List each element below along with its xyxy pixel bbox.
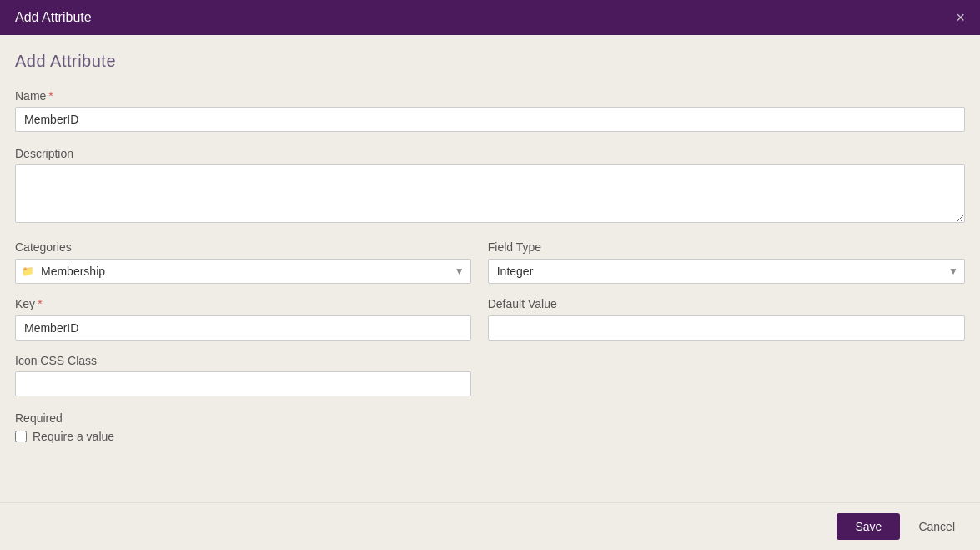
key-required-star: *: [38, 297, 42, 310]
description-label: Description: [15, 147, 965, 160]
save-button[interactable]: Save: [837, 513, 900, 540]
two-col-row-1: Categories 📁 Membership ▼ Field Type Int…: [15, 240, 965, 284]
key-input[interactable]: [15, 315, 471, 341]
description-textarea[interactable]: [15, 164, 965, 223]
field-type-select-wrapper: Integer ▼: [488, 259, 965, 284]
modal-footer: Save Cancel: [0, 502, 980, 550]
categories-select-wrapper: 📁 Membership ▼: [15, 259, 471, 284]
categories-select[interactable]: Membership: [15, 259, 471, 284]
require-value-label: Require a value: [33, 430, 114, 443]
field-type-select[interactable]: Integer: [488, 259, 965, 284]
modal-header: Add Attribute ×: [0, 0, 980, 35]
name-label: Name*: [15, 89, 965, 103]
name-section: Name*: [15, 89, 965, 132]
default-value-label: Default Value: [488, 297, 965, 310]
two-col-row-2: Key* Default Value: [15, 297, 965, 341]
modal-body-title: Add Attribute: [15, 52, 965, 71]
icon-css-class-label: Icon CSS Class: [15, 354, 471, 367]
default-value-input[interactable]: [488, 315, 965, 341]
modal-container: Add Attribute × Add Attribute Name* Desc…: [0, 0, 980, 550]
name-input[interactable]: [15, 107, 965, 132]
icon-css-class-input[interactable]: [15, 371, 471, 396]
modal-close-button[interactable]: ×: [956, 10, 965, 25]
categories-label: Categories: [15, 240, 471, 254]
required-section: Required Require a value: [15, 411, 965, 443]
field-type-col: Field Type Integer ▼: [488, 240, 965, 284]
cancel-button[interactable]: Cancel: [908, 513, 965, 540]
categories-col: Categories 📁 Membership ▼: [15, 240, 471, 284]
required-label: Required: [15, 411, 965, 425]
field-type-label: Field Type: [488, 240, 965, 254]
require-value-checkbox[interactable]: [15, 431, 27, 442]
name-required-star: *: [48, 89, 53, 103]
icon-css-class-section: Icon CSS Class: [15, 354, 471, 396]
description-section: Description: [15, 147, 965, 225]
default-value-col: Default Value: [488, 297, 965, 341]
modal-header-title: Add Attribute: [15, 10, 92, 25]
key-col: Key*: [15, 297, 471, 341]
modal-body: Add Attribute Name* Description Categori…: [0, 35, 980, 502]
require-value-row: Require a value: [15, 430, 965, 443]
key-label: Key*: [15, 297, 471, 310]
